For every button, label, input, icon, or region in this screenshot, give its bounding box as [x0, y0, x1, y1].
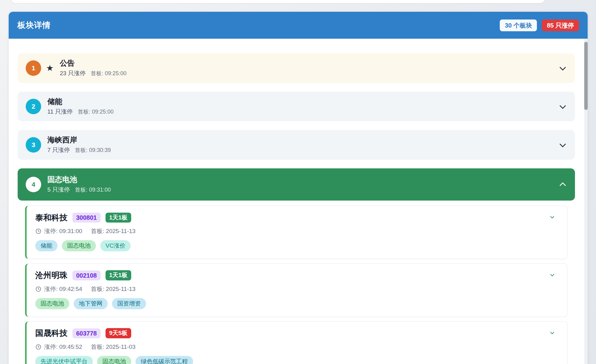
chevron-down-icon[interactable]	[559, 141, 566, 147]
scrollbar-thumb[interactable]	[584, 42, 588, 110]
stock-tag: 先进光伏中试平台	[35, 356, 93, 364]
sector-name: 储能	[47, 97, 114, 106]
sector-count-badge: 30 个板块	[500, 20, 537, 31]
stock-tag: VC涨价	[100, 240, 131, 251]
chevron-down-icon[interactable]	[559, 102, 566, 109]
stock-card[interactable]: 国晟科技 603778 9天5板 涨停: 09:45:52 首板: 2025-1…	[25, 321, 568, 364]
board-count-badge: 1天1板	[106, 213, 131, 223]
stock-code-badge: 603778	[72, 328, 101, 338]
sector-first-board-time: 首板: 09:31:00	[75, 186, 111, 193]
chevron-up-icon[interactable]	[559, 182, 566, 188]
stock-name: 沧州明珠	[35, 270, 67, 281]
first-board-date: 首板: 2025-11-03	[91, 343, 136, 351]
sector-row[interactable]: 2 ★ 储能 11 只涨停 首板: 09:25:00	[18, 92, 575, 121]
stock-tag: 固态电池	[62, 240, 96, 251]
stock-title-row: 泰和科技 300801 1天1板	[35, 212, 559, 223]
sector-limit-up-count: 7 只涨停	[47, 146, 70, 154]
stock-tag: 国资增资	[112, 298, 146, 309]
stock-tag: 绿色低碳示范工程	[136, 356, 193, 364]
stock-tags: 先进光伏中试平台 固态电池 绿色低碳示范工程	[35, 356, 559, 364]
scrollbar-track[interactable]	[584, 39, 588, 364]
stock-card[interactable]: 沧州明珠 002108 1天1板 涨停: 09:42:54 首板: 2025-1…	[25, 263, 568, 317]
sector-name: 固态电池	[47, 175, 111, 184]
stock-name: 泰和科技	[35, 212, 67, 223]
stock-code-badge: 300801	[72, 213, 101, 223]
chevron-down-icon[interactable]	[559, 64, 566, 71]
sector-text: 固态电池 5 只涨停 首板: 09:31:00	[47, 175, 111, 194]
limit-up-time: 涨停: 09:31:00	[44, 227, 82, 235]
board-count-badge: 1天1板	[106, 270, 131, 280]
sector-text: 公告 23 只涨停 首板: 09:25:00	[60, 59, 127, 77]
sector-limit-up-count: 23 只涨停	[60, 69, 85, 77]
stock-tags: 固态电池 地下管网 国资增资	[35, 298, 559, 309]
rank-badge: 4	[26, 177, 41, 192]
board-count-badge: 9天5板	[106, 328, 131, 338]
sector-limit-up-count: 11 只涨停	[47, 108, 73, 116]
sector-subtitle: 11 只涨停 首板: 09:25:00	[47, 108, 114, 116]
clock-icon	[35, 228, 41, 234]
sector-text: 海峡西岸 7 只涨停 首板: 09:30:39	[47, 136, 111, 154]
limit-up-time: 涨停: 09:45:52	[44, 343, 82, 351]
previous-card-remnant	[11, 0, 545, 3]
panel-header: 板块详情 30 个板块 85 只涨停	[9, 12, 588, 39]
rank-badge: 1	[26, 60, 41, 76]
sector-limit-up-count: 5 只涨停	[47, 186, 70, 194]
clock-icon	[35, 344, 41, 350]
first-board-date: 首板: 2025-11-13	[91, 285, 136, 293]
stock-list: 泰和科技 300801 1天1板 涨停: 09:31:00 首板: 2025-1…	[25, 206, 568, 364]
rank-badge: 2	[26, 99, 41, 114]
stock-name: 国晟科技	[35, 328, 67, 339]
first-board-date: 首板: 2025-11-13	[91, 227, 136, 235]
stock-title-row: 国晟科技 603778 9天5板	[35, 328, 559, 339]
stock-card[interactable]: 泰和科技 300801 1天1板 涨停: 09:31:00 首板: 2025-1…	[25, 206, 568, 259]
sector-subtitle: 23 只涨停 首板: 09:25:00	[60, 69, 127, 77]
star-icon: ★	[46, 64, 54, 72]
sector-name: 海峡西岸	[47, 136, 111, 144]
sector-first-board-time: 首板: 09:30:39	[75, 146, 111, 154]
stock-tags: 储能 固态电池 VC涨价	[35, 240, 559, 251]
sector-row[interactable]: 3 ★ 海峡西岸 7 只涨停 首板: 09:30:39	[18, 130, 575, 160]
sector-list: 1 ★ 公告 23 只涨停 首板: 09:25:00 泰和科技 300801 1…	[18, 53, 588, 364]
sector-subtitle: 5 只涨停 首板: 09:31:00	[47, 186, 111, 194]
rank-badge: 3	[26, 137, 41, 153]
stock-meta: 涨停: 09:42:54 首板: 2025-11-13	[35, 285, 559, 293]
stock-meta: 涨停: 09:45:52 首板: 2025-11-03	[35, 343, 559, 351]
clock-icon	[35, 286, 41, 292]
sector-first-board-time: 首板: 09:25:00	[78, 108, 114, 115]
stock-meta: 涨停: 09:31:00 首板: 2025-11-13	[35, 227, 559, 235]
header-badges: 30 个板块 85 只涨停	[500, 20, 579, 31]
sector-name: 公告	[60, 59, 127, 67]
sector-first-board-time: 首板: 09:25:00	[91, 70, 127, 77]
stock-tag: 地下管网	[74, 298, 108, 309]
sector-detail-panel: 板块详情 30 个板块 85 只涨停 1 ★ 公告 23 只涨停 首板: 09:…	[9, 12, 588, 364]
stock-tag: 固态电池	[35, 298, 69, 309]
stock-title-row: 沧州明珠 002108 1天1板	[35, 270, 559, 281]
sector-row[interactable]: 4 ★ 固态电池 5 只涨停 首板: 09:31:00	[18, 168, 575, 201]
limit-up-time: 涨停: 09:42:54	[44, 285, 82, 293]
sector-row[interactable]: 1 ★ 公告 23 只涨停 首板: 09:25:00	[18, 53, 575, 83]
panel-body: 1 ★ 公告 23 只涨停 首板: 09:25:00 泰和科技 300801 1…	[9, 39, 588, 364]
page-title: 板块详情	[17, 20, 51, 31]
expanded-stock-section: 泰和科技 300801 1天1板 涨停: 09:31:00 首板: 2025-1…	[18, 206, 588, 364]
limit-up-count-badge: 85 只涨停	[542, 20, 579, 31]
stock-code-badge: 002108	[72, 271, 101, 280]
sector-subtitle: 7 只涨停 首板: 09:30:39	[47, 146, 111, 154]
sector-text: 储能 11 只涨停 首板: 09:25:00	[47, 97, 114, 116]
stock-tag: 固态电池	[97, 356, 131, 364]
stock-tag: 储能	[35, 240, 58, 251]
